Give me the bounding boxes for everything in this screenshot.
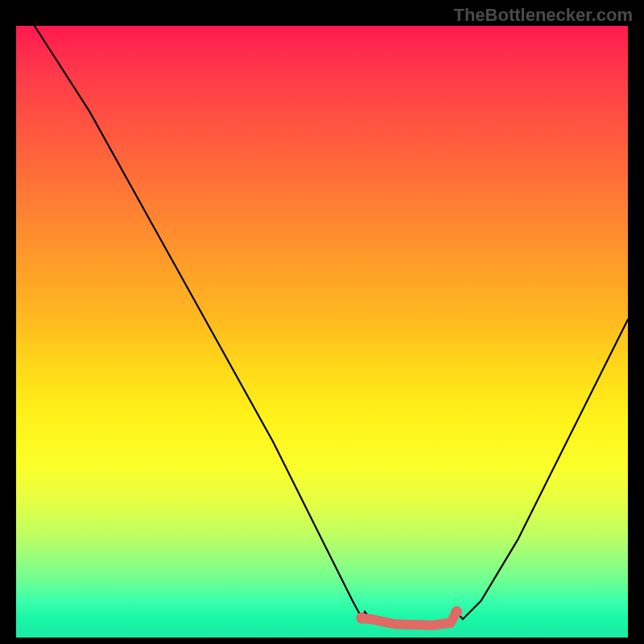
chart-frame: TheBottlenecker.com (0, 0, 644, 644)
highlight-dot-left (356, 613, 367, 624)
highlight-segment (361, 612, 456, 625)
bottleneck-curve (35, 26, 628, 625)
highlight-dot-right (451, 606, 462, 617)
curve-svg (16, 26, 628, 638)
watermark-text: TheBottlenecker.com (453, 5, 633, 26)
plot-area (16, 26, 628, 638)
